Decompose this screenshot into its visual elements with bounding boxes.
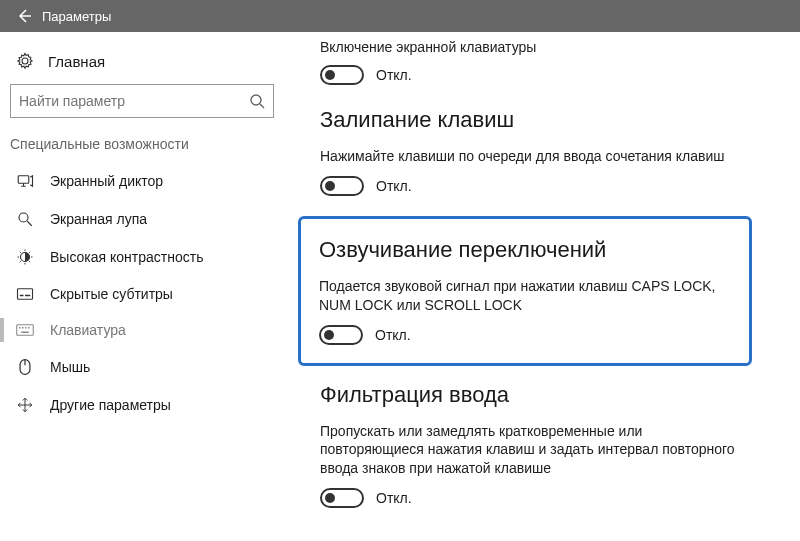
search-wrap	[0, 80, 290, 132]
setting-filter-keys: Фильтрация ввода Пропускать или замедлят…	[320, 380, 770, 529]
content: Включение экранной клавиатуры Откл. Зали…	[290, 32, 800, 541]
svg-rect-8	[25, 295, 30, 297]
mouse-icon	[16, 358, 34, 376]
setting-desc: Подается звуковой сигнал при нажатии кла…	[319, 277, 731, 315]
search-input[interactable]	[19, 93, 239, 109]
svg-rect-2	[18, 176, 29, 184]
search-icon	[249, 93, 265, 109]
svg-rect-7	[20, 295, 24, 297]
home-row[interactable]: Главная	[0, 46, 290, 80]
toggle-state-label: Откл.	[376, 490, 412, 506]
setting-title: Залипание клавиш	[320, 107, 770, 133]
sidebar-item-narrator[interactable]: Экранный диктор	[0, 162, 290, 200]
svg-line-1	[260, 104, 264, 108]
svg-rect-11	[22, 327, 24, 329]
setting-sticky-keys: Залипание клавиш Нажимайте клавиши по оч…	[320, 105, 770, 216]
gear-icon	[16, 52, 34, 70]
setting-title: Озвучивание переключений	[319, 237, 731, 263]
setting-onscreen-keyboard: Включение экранной клавиатуры Откл.	[320, 36, 770, 105]
keyboard-icon	[16, 323, 34, 337]
setting-desc: Пропускать или замедлять кратковременные…	[320, 422, 750, 479]
narrator-icon	[16, 172, 34, 190]
sidebar-item-label: Мышь	[50, 359, 90, 375]
search-box[interactable]	[10, 84, 274, 118]
contrast-icon	[16, 248, 34, 266]
titlebar: Параметры	[0, 0, 800, 32]
sidebar-item-other[interactable]: Другие параметры	[0, 386, 290, 424]
sidebar: Главная Специальные возможности Экранный…	[0, 32, 290, 541]
svg-line-4	[27, 221, 32, 226]
toggle-state-label: Откл.	[376, 67, 412, 83]
sidebar-item-label: Скрытые субтитры	[50, 286, 173, 302]
sidebar-item-magnifier[interactable]: Экранная лупа	[0, 200, 290, 238]
sidebar-item-label: Экранный диктор	[50, 173, 163, 189]
svg-point-3	[19, 213, 28, 222]
sidebar-item-label: Экранная лупа	[50, 211, 147, 227]
sidebar-item-keyboard[interactable]: Клавиатура	[0, 312, 290, 348]
sidebar-item-label: Клавиатура	[50, 322, 126, 338]
toggle-sticky-keys[interactable]	[320, 176, 364, 196]
captions-icon	[16, 287, 34, 301]
toggle-state-label: Откл.	[375, 327, 411, 343]
svg-rect-14	[21, 332, 29, 334]
sidebar-category: Специальные возможности	[0, 132, 290, 162]
toggle-state-label: Откл.	[376, 178, 412, 194]
svg-point-0	[251, 95, 261, 105]
home-label: Главная	[48, 53, 105, 70]
svg-rect-6	[18, 289, 33, 300]
svg-rect-12	[25, 327, 27, 329]
sidebar-item-label: Высокая контрастность	[50, 249, 203, 265]
setting-title-text: Включение экранной клавиатуры	[320, 38, 750, 57]
body: Главная Специальные возможности Экранный…	[0, 32, 800, 541]
setting-desc: Нажимайте клавиши по очереди для ввода с…	[320, 147, 750, 166]
toggle-filter-keys[interactable]	[320, 488, 364, 508]
svg-rect-13	[28, 327, 30, 329]
setting-title: Фильтрация ввода	[320, 382, 770, 408]
toggle-row: Откл.	[319, 325, 731, 345]
setting-toggle-keys: Озвучивание переключений Подается звуков…	[298, 216, 752, 366]
svg-rect-9	[17, 325, 34, 336]
toggle-onscreen-keyboard[interactable]	[320, 65, 364, 85]
back-button[interactable]	[6, 0, 42, 32]
arrow-left-icon	[16, 8, 32, 24]
toggle-toggle-keys[interactable]	[319, 325, 363, 345]
toggle-row: Откл.	[320, 488, 770, 508]
toggle-row: Откл.	[320, 176, 770, 196]
arrows-icon	[16, 396, 34, 414]
window-title: Параметры	[42, 9, 111, 24]
sidebar-item-contrast[interactable]: Высокая контрастность	[0, 238, 290, 276]
toggle-row: Откл.	[320, 65, 770, 85]
magnifier-icon	[16, 210, 34, 228]
sidebar-item-label: Другие параметры	[50, 397, 171, 413]
sidebar-item-mouse[interactable]: Мышь	[0, 348, 290, 386]
sidebar-item-captions[interactable]: Скрытые субтитры	[0, 276, 290, 312]
svg-rect-10	[19, 327, 21, 329]
